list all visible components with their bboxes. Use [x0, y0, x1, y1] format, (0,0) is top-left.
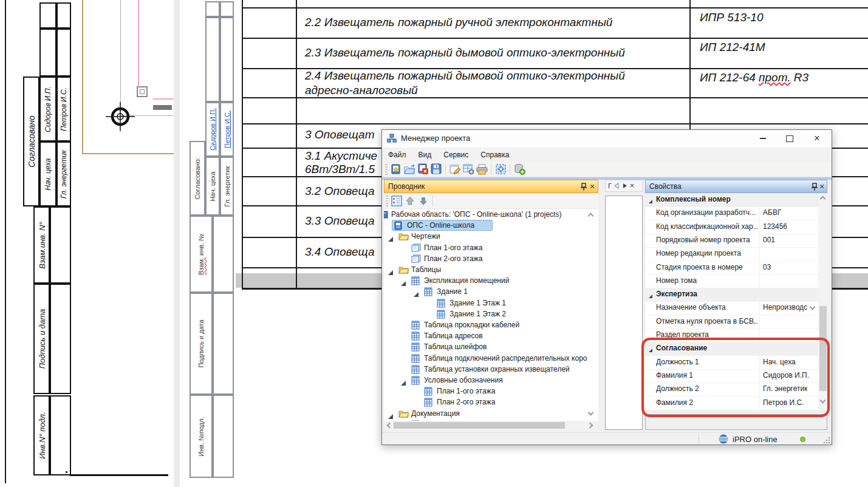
expand-arrow-icon[interactable]: [388, 234, 394, 245]
move-down-icon[interactable]: [417, 194, 430, 208]
property-row[interactable]: Должность 1Нач. цеха: [645, 356, 818, 370]
tree-item[interactable]: Документация: [411, 409, 460, 418]
titleblock2-name2[interactable]: Петров И.С.: [224, 111, 231, 148]
close-project-icon[interactable]: [416, 163, 429, 176]
property-row[interactable]: Фамилия 1Сидоров И.П.: [645, 369, 818, 383]
properties-panel-header[interactable]: Свойства ×: [645, 180, 827, 193]
tree-item[interactable]: ОПС - Online-школа: [407, 221, 474, 230]
tree-item[interactable]: Таблицы: [411, 265, 441, 274]
property-group-row[interactable]: Согласование: [645, 342, 818, 356]
property-row[interactable]: Код организации разработч...АБВГ: [645, 206, 818, 220]
pin-icon[interactable]: [580, 183, 587, 191]
property-row[interactable]: Назначение объектаНепроизводс: [645, 301, 818, 315]
property-value[interactable]: АБВГ: [763, 208, 781, 217]
property-row[interactable]: Фамилия 2Петров И.С.: [645, 397, 818, 410]
property-value[interactable]: Непроизводс: [763, 303, 807, 312]
menu-item-Файл[interactable]: Файл: [382, 148, 412, 162]
titleblock1-name1-cell: Сидоров И.П.: [39, 77, 56, 141]
expand-arrow-icon[interactable]: [400, 278, 406, 289]
expand-arrow-icon[interactable]: [648, 292, 653, 301]
tree-item[interactable]: План 2-ого этажа: [424, 254, 482, 263]
scroll-up-icon[interactable]: [820, 196, 826, 202]
tree-view-toggle-icon[interactable]: [390, 194, 403, 208]
tree-hscrollbar[interactable]: [384, 421, 598, 430]
tree-item[interactable]: Экспликация помещений: [424, 276, 509, 285]
property-value[interactable]: Петров И.С.: [763, 398, 804, 407]
titleblock2-agreed-cell: Согласовано:: [190, 141, 205, 216]
tree-item[interactable]: Рабочая область: 'ОПС - Online-школа' (1…: [391, 210, 561, 219]
tree-item[interactable]: Таблица подключений распределительных ко…: [424, 354, 587, 363]
vscroll-thumb[interactable]: [819, 306, 827, 391]
dropdown-chevron-icon[interactable]: [810, 304, 816, 310]
tree-item[interactable]: Условные обозначения: [424, 376, 503, 384]
property-row[interactable]: Номер тома: [645, 274, 818, 288]
tree-item[interactable]: Таблица адресов: [424, 332, 483, 340]
resize-grip[interactable]: [824, 437, 830, 443]
expand-arrow-icon[interactable]: [388, 267, 394, 278]
tree-item[interactable]: План 2-ого этажа: [437, 398, 495, 406]
menu-item-Сервис[interactable]: Сервис: [437, 148, 474, 162]
property-value[interactable]: Гл. энергетик: [763, 384, 807, 393]
property-row[interactable]: Порядковый номер проекта001: [645, 234, 818, 248]
explorer-panel-header[interactable]: Проводник ×: [384, 180, 598, 193]
expand-arrow-icon[interactable]: [388, 411, 394, 421]
tree-item[interactable]: Здание 1: [437, 287, 468, 296]
table-settings-icon[interactable]: [462, 163, 475, 176]
maximize-button[interactable]: [777, 131, 802, 146]
preview-tab-strip: Г ×: [605, 180, 643, 192]
database-add-icon[interactable]: [513, 163, 526, 176]
tree-item[interactable]: План 1-ого этажа: [437, 387, 495, 395]
explorer-close-icon[interactable]: ×: [590, 182, 595, 191]
property-name: Номер тома: [656, 276, 697, 285]
scroll-right-icon[interactable]: [587, 423, 593, 429]
preview-tab-fragment[interactable]: Г: [608, 182, 612, 189]
menu-item-Справка[interactable]: Справка: [474, 148, 515, 162]
property-row[interactable]: Стадия проекта в номере03: [645, 261, 818, 275]
property-group-row[interactable]: Комплексный номер: [645, 193, 818, 207]
tree-item[interactable]: Здание 1 Этаж 2: [449, 310, 506, 318]
nav-forward-icon[interactable]: [622, 183, 627, 189]
property-value[interactable]: Нач. цеха: [763, 358, 796, 366]
new-project-icon[interactable]: [389, 163, 403, 176]
tree-item[interactable]: Таблица шлейфов: [424, 342, 487, 351]
properties-grid[interactable]: Комплексный номерКод организации разрабо…: [645, 193, 818, 410]
properties-vscrollbar[interactable]: [818, 193, 828, 410]
tree-item[interactable]: Здание 1 Этаж 1: [449, 299, 506, 307]
property-value[interactable]: 03: [763, 263, 771, 271]
pin-icon[interactable]: [811, 183, 818, 191]
scroll-left-icon[interactable]: [387, 423, 393, 429]
property-value[interactable]: Сидоров И.П.: [763, 371, 809, 380]
expand-arrow-icon[interactable]: [648, 197, 653, 206]
explorer-tree[interactable]: Рабочая область: 'ОПС - Online-школа' (1…: [384, 209, 598, 421]
menu-item-Вид[interactable]: Вид: [412, 148, 438, 162]
expand-arrow-icon[interactable]: [400, 378, 406, 389]
property-row[interactable]: Должность 2Гл. энергетик: [645, 383, 818, 397]
print-icon[interactable]: [475, 163, 488, 176]
property-value[interactable]: 123456: [763, 222, 787, 231]
titleblock2-name1[interactable]: Сидоров И.П.: [209, 108, 216, 151]
tree-item[interactable]: План 1-ого этажа: [424, 244, 482, 252]
nav-back-icon[interactable]: [614, 183, 620, 189]
open-project-icon[interactable]: [403, 163, 416, 176]
expand-arrow-icon[interactable]: [413, 289, 419, 300]
hscroll-thumb[interactable]: [394, 422, 565, 429]
property-group-row[interactable]: Экспертиза: [645, 288, 818, 302]
property-row[interactable]: Код классификационной хар...123456: [645, 220, 818, 234]
move-up-icon[interactable]: [403, 194, 417, 208]
property-value[interactable]: 001: [763, 236, 775, 244]
tree-item[interactable]: Чертежи: [411, 232, 440, 240]
property-row[interactable]: Номер редакции проекта: [645, 247, 818, 261]
close-button[interactable]: ×: [804, 131, 830, 146]
properties-close-icon[interactable]: ×: [819, 182, 824, 191]
save-project-icon[interactable]: [429, 163, 443, 176]
project-properties-icon[interactable]: [448, 163, 462, 176]
expand-arrow-icon[interactable]: [648, 346, 653, 355]
preview-close-icon[interactable]: ×: [630, 182, 634, 190]
plan-settings-icon[interactable]: [494, 163, 507, 176]
scroll-down-icon[interactable]: [820, 398, 826, 404]
tree-item[interactable]: Таблица установки охранных извещателей: [424, 365, 570, 373]
property-row[interactable]: Раздел проекта: [645, 329, 818, 342]
tree-item[interactable]: Таблица прокладки кабелей: [424, 321, 519, 329]
property-row[interactable]: Отметка нуля проекта в БСВ,...: [645, 315, 818, 329]
minimize-button[interactable]: [751, 131, 775, 146]
